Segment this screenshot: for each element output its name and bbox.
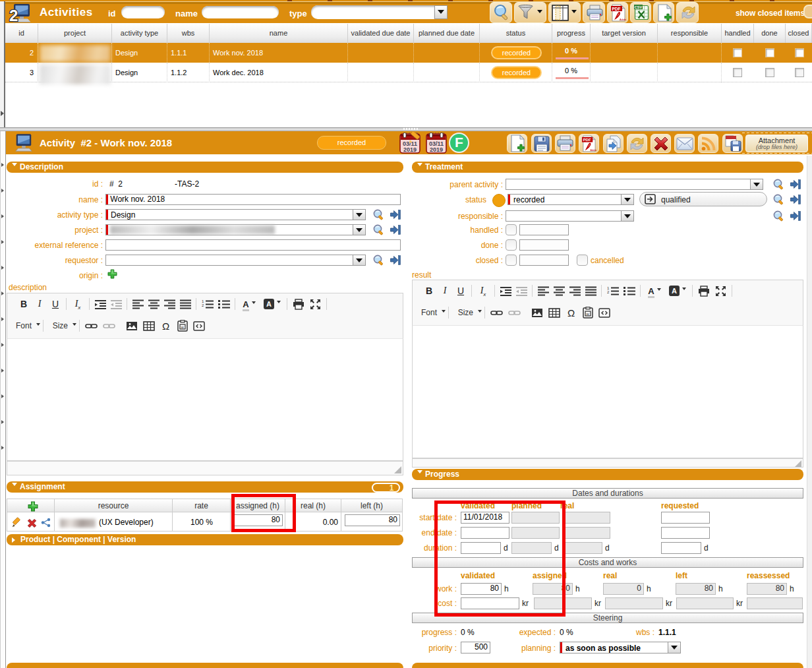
svg-text:w: w [585,312,589,316]
svg-text:w: w [180,325,184,329]
svg-text:2019: 2019 [430,146,443,153]
svg-text:2: 2 [607,290,610,294]
svg-text:PDF: PDF [612,6,621,11]
svg-text:CSV: CSV [635,5,643,9]
svg-text:Adobe: Adobe [620,18,626,21]
svg-text:Adobe: Adobe [590,149,596,152]
svg-text:2: 2 [202,303,204,307]
svg-text:2: 2 [9,7,18,23]
svg-text:PDF: PDF [583,137,591,142]
svg-text:2019: 2019 [403,146,417,153]
